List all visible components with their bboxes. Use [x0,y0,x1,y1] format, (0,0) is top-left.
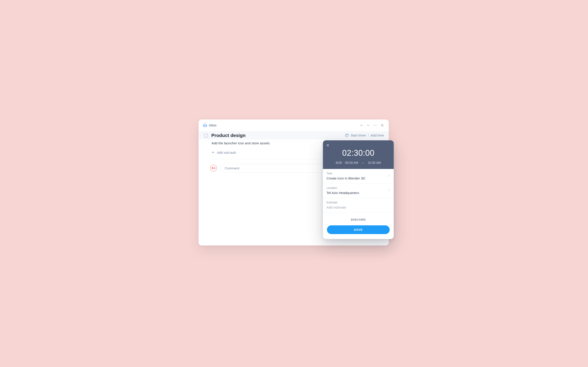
time-panel-actions: DISCARD SAVE [323,213,394,239]
prev-task-button[interactable] [360,124,363,127]
task-field-label: Task [327,172,390,175]
save-button[interactable]: SAVE [327,225,390,234]
range-dash: — [362,161,365,165]
complete-task-checkbox[interactable] [204,133,208,138]
start-time[interactable]: 08:00 AM [345,161,358,165]
task-header: Inbox [199,119,389,131]
start-timer-link[interactable]: Start timer [350,133,366,137]
svg-point-2 [376,125,376,125]
stage: Inbox [137,86,451,282]
duration-display[interactable]: 02:30:00 [327,148,390,158]
date-label[interactable]: 8/28 [336,161,342,165]
hand-icon [345,133,349,137]
chevron-right-icon [388,174,390,178]
task-field-value: Create Icon in Blender 3D [327,176,390,180]
timer-separator: / [368,133,369,137]
inbox-label[interactable]: Inbox [209,124,216,127]
time-range: 8/28 08:00 AM — 10:30 AM [327,161,390,165]
svg-point-0 [374,125,374,125]
add-subtask-button[interactable]: Add sub-task [212,151,236,155]
end-time[interactable]: 10:30 AM [368,161,381,165]
header-actions [360,123,384,127]
discard-button[interactable]: DISCARD [351,218,366,221]
estimate-field-placeholder: Add estimate [327,205,390,209]
next-task-button[interactable] [366,124,370,127]
add-subtask-label: Add sub-task [217,151,236,154]
estimate-field[interactable]: Estimate Add estimate [323,198,394,213]
time-panel-header: 02:30:00 8/28 08:00 AM — 10:30 AM [323,140,394,169]
inbox-icon [203,123,207,127]
location-field[interactable]: Location Tel Aviv Headquarters [323,184,394,198]
more-options-button[interactable] [373,123,377,127]
close-icon[interactable] [326,143,330,148]
task-field[interactable]: Task Create Icon in Blender 3D [323,169,394,184]
avatar: EA [210,165,217,171]
add-time-link[interactable]: Add time [371,133,384,137]
estimate-field-label: Estimate [327,201,390,204]
chevron-right-icon [388,189,390,193]
location-field-value: Tel Aviv Headquarters [327,191,390,195]
svg-point-1 [375,125,375,125]
plus-icon [212,151,215,155]
comment-input[interactable]: Comment [221,164,326,173]
time-entry-panel: 02:30:00 8/28 08:00 AM — 10:30 AM Task C… [323,140,394,239]
close-button[interactable] [380,123,384,127]
location-field-label: Location [327,186,390,190]
task-title[interactable]: Product design [211,133,246,138]
